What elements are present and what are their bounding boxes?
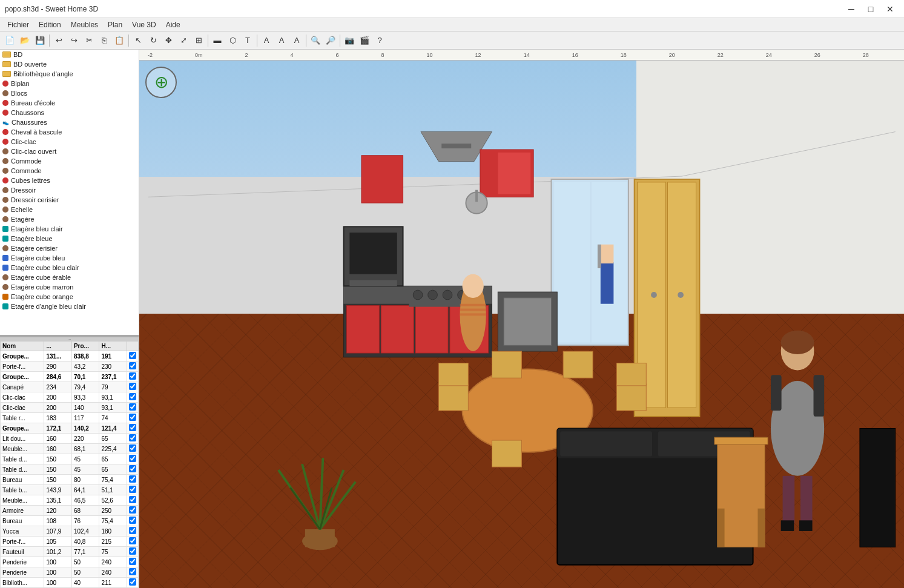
cell-visible[interactable] (127, 413, 139, 423)
library-item[interactable]: Bibliothèque d'angle (0, 69, 139, 79)
cell-visible[interactable] (127, 351, 139, 362)
toolbar-save-button[interactable]: 💾 (33, 33, 47, 48)
visible-checkbox[interactable] (129, 537, 136, 544)
cell-visible[interactable] (127, 464, 139, 475)
cell-visible[interactable] (127, 403, 139, 413)
table-row[interactable]: Meuble...16068,1225,4 (1, 444, 139, 454)
table-row[interactable]: Meuble...135,146,552,6 (1, 495, 139, 506)
library-item[interactable]: Clic-clac (0, 137, 139, 147)
close-button[interactable]: ✕ (881, 3, 899, 15)
table-row[interactable]: Groupe...284,670,1237,1 (1, 372, 139, 382)
toolbar-resize-button[interactable]: ⤢ (176, 33, 191, 48)
cell-visible[interactable] (127, 382, 139, 392)
visible-checkbox[interactable] (129, 393, 136, 400)
menubar-item-plan[interactable]: Plan (103, 19, 127, 30)
table-row[interactable]: Penderie10050240 (1, 557, 139, 567)
cell-visible[interactable] (127, 485, 139, 495)
3d-view[interactable]: ⊕ (139, 61, 904, 588)
cell-visible[interactable] (127, 537, 139, 547)
visible-checkbox[interactable] (129, 424, 136, 431)
table-row[interactable]: Table d...1504565 (1, 464, 139, 475)
toolbar-cut-button[interactable]: ✂ (82, 33, 96, 48)
toolbar-room-button[interactable]: ⬡ (225, 33, 240, 48)
table-row[interactable]: Porte-f...29043,2230 (1, 362, 139, 372)
cell-visible[interactable] (127, 516, 139, 526)
cell-visible[interactable] (127, 506, 139, 516)
library-item[interactable]: Dressoir cerisier (0, 195, 139, 205)
cell-visible[interactable] (127, 557, 139, 567)
table-row[interactable]: Clic-clac20014093,1 (1, 403, 139, 413)
toolbar-text2-button[interactable]: A (259, 33, 274, 48)
nav-compass[interactable]: ⊕ (145, 67, 177, 98)
visible-checkbox[interactable] (129, 558, 136, 565)
library-item[interactable]: Etagère bleue (0, 234, 139, 243)
minimize-button[interactable]: ─ (842, 3, 860, 15)
library-item[interactable]: Commode (0, 166, 139, 176)
cell-visible[interactable] (127, 392, 139, 403)
cell-visible[interactable] (127, 567, 139, 578)
table-row[interactable]: Groupe...131...838,8191 (1, 351, 139, 362)
menubar-item-fichier[interactable]: Fichier (2, 19, 34, 30)
cell-visible[interactable] (127, 526, 139, 537)
toolbar-move-button[interactable]: ✥ (161, 33, 176, 48)
toolbar-open-button[interactable]: 📂 (18, 33, 32, 48)
visible-checkbox[interactable] (129, 506, 136, 514)
library-item[interactable]: Echelle (0, 205, 139, 214)
visible-checkbox[interactable] (129, 434, 136, 441)
visible-checkbox[interactable] (129, 475, 136, 483)
library-item[interactable]: Chaussons (0, 108, 139, 117)
visible-checkbox[interactable] (129, 496, 136, 503)
library-item[interactable]: Blocs (0, 88, 139, 98)
toolbar-photo-button[interactable]: 📷 (342, 33, 357, 48)
visible-checkbox[interactable] (129, 486, 136, 493)
library-item[interactable]: Dressoir (0, 185, 139, 195)
toolbar-text3-button[interactable]: A (274, 33, 289, 48)
library-item[interactable]: BD ouverte (0, 59, 139, 69)
toolbar-select-button[interactable]: ↖ (131, 33, 145, 48)
library-item[interactable]: Etagère cerisier (0, 243, 139, 253)
visible-checkbox[interactable] (129, 527, 136, 534)
col-name[interactable]: Nom (1, 342, 44, 351)
visible-checkbox[interactable] (129, 403, 136, 411)
menubar-item-meubles[interactable]: Meubles (66, 19, 103, 30)
visible-checkbox[interactable] (129, 372, 136, 380)
cell-visible[interactable] (127, 475, 139, 485)
library-item[interactable]: Etagère cube bleu clair (0, 263, 139, 273)
toolbar-redo-button[interactable]: ↪ (67, 33, 81, 48)
table-row[interactable]: Fauteuil101,277,175 (1, 547, 139, 557)
library-item[interactable]: Biplan (0, 79, 139, 88)
visible-checkbox[interactable] (129, 414, 136, 421)
toolbar-copy-button[interactable]: ⎘ (97, 33, 111, 48)
cell-visible[interactable] (127, 362, 139, 372)
table-row[interactable]: Lit dou...16022065 (1, 434, 139, 444)
furniture-library[interactable]: BDBD ouverteBibliothèque d'angleBiplanBl… (0, 50, 139, 337)
library-item[interactable]: Cubes lettres (0, 176, 139, 185)
table-row[interactable]: Armoire12068250 (1, 506, 139, 516)
library-item[interactable]: 👟Chaussures (0, 117, 139, 127)
cell-visible[interactable] (127, 444, 139, 454)
toolbar-undo-button[interactable]: ↩ (51, 33, 66, 48)
visible-checkbox[interactable] (129, 568, 136, 575)
library-item[interactable]: BD (0, 50, 139, 59)
cell-visible[interactable] (127, 578, 139, 588)
toolbar-level-button[interactable]: ⊞ (191, 33, 206, 48)
toolbar-text4-button[interactable]: A (289, 33, 304, 48)
toolbar-video-button[interactable]: 🎬 (357, 33, 372, 48)
menubar-item-aide[interactable]: Aide (161, 19, 185, 30)
toolbar-new-button[interactable]: 📄 (2, 33, 17, 48)
col-pro[interactable]: Pro... (71, 342, 99, 351)
cell-visible[interactable] (127, 434, 139, 444)
table-row[interactable]: Clic-clac20093,393,1 (1, 392, 139, 403)
col-h[interactable]: H... (99, 342, 127, 351)
visible-checkbox[interactable] (129, 547, 136, 555)
cell-visible[interactable] (127, 495, 139, 506)
table-row[interactable]: Yucca107,9102,4180 (1, 526, 139, 537)
toolbar-text-button[interactable]: T (240, 33, 255, 48)
menubar-item-vue 3d[interactable]: Vue 3D (127, 19, 161, 30)
maximize-button[interactable]: □ (862, 3, 880, 15)
library-item[interactable]: Clic-clac ouvert (0, 147, 139, 156)
table-row[interactable]: Table d...1504565 (1, 454, 139, 464)
library-item[interactable]: Etagère bleu clair (0, 224, 139, 234)
visible-checkbox[interactable] (129, 465, 136, 472)
visible-checkbox[interactable] (129, 383, 136, 390)
